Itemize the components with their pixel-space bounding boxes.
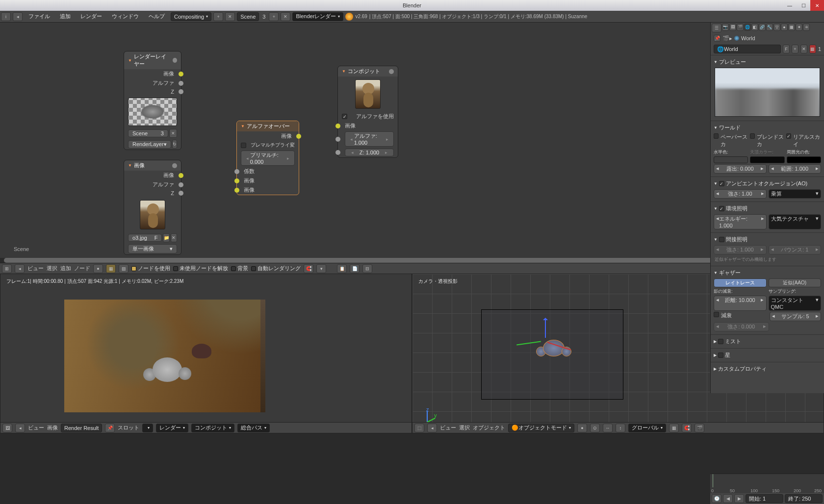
tab-render-layers[interactable]: 🖼	[729, 24, 736, 31]
alpha-field[interactable]: ◂アルファ: 1.000▸	[345, 131, 394, 147]
ao-blend-dropdown[interactable]: 乗算▾	[769, 189, 822, 199]
menu-object[interactable]: オブジェクト	[473, 424, 505, 431]
socket-in-image[interactable]	[335, 124, 340, 128]
menu-select[interactable]: 選択	[47, 265, 57, 272]
tree-type-compositing-icon[interactable]: ▦	[106, 264, 116, 273]
orientation-dropdown[interactable]: グローバル▾	[628, 424, 666, 432]
range-field[interactable]: ◂範囲: 1.000▸	[769, 164, 822, 174]
tab-texture[interactable]: ▦	[788, 24, 795, 31]
zenith-color[interactable]	[750, 156, 784, 163]
editor-type-icon[interactable]: i	[1, 12, 11, 21]
socket-out-z[interactable]	[179, 191, 183, 196]
paste-nodes-icon[interactable]: 📄	[350, 264, 360, 273]
ao-factor-field[interactable]: ◂強さ: 1.00▸	[714, 189, 767, 199]
tab-scene[interactable]: 🎬	[737, 24, 744, 31]
pin-icon[interactable]: 📌	[714, 35, 721, 42]
refresh-icon[interactable]: ↻	[172, 140, 177, 149]
pivot-icon[interactable]: ⊙	[590, 424, 600, 432]
stars-header[interactable]: 星	[725, 352, 730, 359]
renderlayer-field[interactable]: RenderLayer▾	[128, 140, 171, 149]
tree-type-texture-icon[interactable]: ▨	[119, 264, 129, 273]
menu-help[interactable]: ヘルプ	[145, 13, 169, 20]
preview-header[interactable]: プレビュー	[719, 58, 746, 66]
menu-render[interactable]: レンダー	[77, 13, 106, 20]
snap-icon[interactable]: 🧲	[304, 264, 313, 273]
manipulator-icon[interactable]: ↔	[603, 424, 613, 432]
render-preview-icon[interactable]: 🎬	[695, 424, 704, 432]
node-render-layers[interactable]: ▼レンダーレイヤー 画像 アルファ Z Scene3✕ RenderLayer▾…	[124, 51, 181, 150]
play-icon[interactable]: ▶	[734, 494, 744, 503]
node-preview-icon[interactable]	[172, 163, 177, 168]
node-preview-icon[interactable]	[173, 58, 177, 63]
node-editor[interactable]: ▼レンダーレイヤー 画像 アルファ Z Scene3✕ RenderLayer▾…	[0, 23, 824, 258]
premultiply-field[interactable]: ◂プリマルチ: 0.000▸	[241, 151, 295, 166]
paper-sky-checkbox[interactable]	[714, 133, 719, 139]
tab-object[interactable]: ◧	[751, 24, 758, 31]
tab-physics[interactable]: ⚛	[803, 24, 810, 31]
snap-icon[interactable]: 🧲	[682, 424, 692, 432]
combined-dropdown[interactable]: 総合パス▾	[237, 424, 270, 432]
screen-del-button[interactable]: ✕	[225, 12, 235, 21]
indirect-enable-checkbox[interactable]	[719, 237, 724, 242]
screen-layout-dropdown[interactable]: Compositing▾	[171, 12, 211, 21]
editor-type-icon[interactable]: 🕐	[712, 494, 721, 503]
env-color-dropdown[interactable]: 大気テクスチャ▾	[769, 214, 822, 229]
render-engine-dropdown[interactable]: Blenderレンダー▾	[292, 12, 343, 21]
unlink-world-button[interactable]: ✕	[800, 45, 807, 53]
editor-type-icon[interactable]: 🖼	[2, 424, 12, 432]
custom-props-header[interactable]: カスタムプロパティ	[718, 365, 767, 373]
blend-sky-checkbox[interactable]	[750, 133, 755, 139]
menu-add[interactable]: 追加	[56, 13, 75, 20]
ao-header[interactable]: アンビエントオクルージョン(AO)	[726, 180, 807, 187]
mode-dropdown[interactable]: 🟠オブジェクトモード▾	[508, 424, 574, 432]
menu-view[interactable]: ビュー	[27, 265, 44, 272]
gather-header[interactable]: ギャザー	[719, 269, 741, 277]
tab-constraints[interactable]: 🔗	[759, 24, 766, 31]
editor-type-icon[interactable]: ⬚	[414, 424, 424, 432]
socket-out-image[interactable]	[179, 72, 183, 76]
menu-view[interactable]: ビュー	[440, 424, 456, 431]
horizon-color[interactable]	[714, 156, 748, 163]
unlink-image-icon[interactable]: ✕	[171, 233, 177, 242]
socket-in-z[interactable]	[335, 150, 340, 155]
ambient-color[interactable]	[787, 156, 821, 163]
node-preview-icon[interactable]	[389, 69, 394, 74]
close-button[interactable]: ✕	[810, 0, 824, 11]
sample-method-dropdown[interactable]: コンスタントQMC▾	[769, 296, 822, 311]
layers-icon[interactable]: ▦	[669, 424, 679, 432]
image-editor[interactable]: フレーム:1| 時間:00:00.80 | 頂点:507 面:942 光源:1 …	[0, 274, 412, 433]
env-header[interactable]: 環境照明	[726, 205, 747, 212]
world-header[interactable]: ワールド	[719, 124, 741, 131]
env-enable-checkbox[interactable]	[719, 206, 724, 211]
socket-in-image1[interactable]	[234, 178, 239, 183]
free-unused-checkbox[interactable]	[173, 266, 178, 271]
open-image-icon[interactable]: 📁	[163, 233, 169, 242]
menu-select[interactable]: 選択	[459, 424, 470, 431]
tab-particles[interactable]: ✦	[796, 24, 802, 31]
renderlayer-dropdown[interactable]: レンダー▾	[156, 424, 188, 432]
suzanne-mesh[interactable]	[540, 338, 567, 359]
auto-render-checkbox[interactable]	[251, 266, 256, 271]
socket-in-image2[interactable]	[234, 188, 239, 193]
copy-nodes-icon[interactable]: 📋	[337, 264, 347, 273]
pass-dropdown[interactable]: コンポジット▾	[191, 424, 234, 432]
z-field[interactable]: ◂Z: 1.000▸	[345, 149, 394, 156]
fake-user-button[interactable]: F	[783, 45, 790, 53]
mist-header[interactable]: ミスト	[725, 338, 741, 345]
stars-checkbox[interactable]	[718, 353, 723, 358]
menu-collapse-icon[interactable]: ◂	[13, 12, 23, 21]
ao-enable-checkbox[interactable]	[719, 181, 724, 186]
indirect-header[interactable]: 間接照明	[726, 236, 747, 243]
pin-icon[interactable]: 📌	[105, 424, 115, 432]
env-energy-field[interactable]: ◂エネルギー: 1.000▸	[714, 214, 767, 229]
samples-field[interactable]: ◂サンプル: 5▸	[770, 312, 821, 321]
start-frame-field[interactable]: 開始: 1	[746, 494, 783, 503]
shading-icon[interactable]: ●	[577, 424, 587, 432]
real-sky-checkbox[interactable]	[786, 133, 791, 139]
tab-world[interactable]: 🌐	[744, 24, 751, 31]
scene-add-button[interactable]: +	[269, 12, 279, 21]
distance-field[interactable]: ◂距離: 10.000▸	[714, 296, 767, 311]
texture-nodes-button[interactable]: ▦	[809, 45, 816, 53]
node-composite[interactable]: ▼コンポジット アルファを使用 画像 ◂アルファ: 1.000▸ ◂Z: 1.0…	[337, 66, 398, 158]
menu-view[interactable]: ビュー	[28, 424, 44, 431]
